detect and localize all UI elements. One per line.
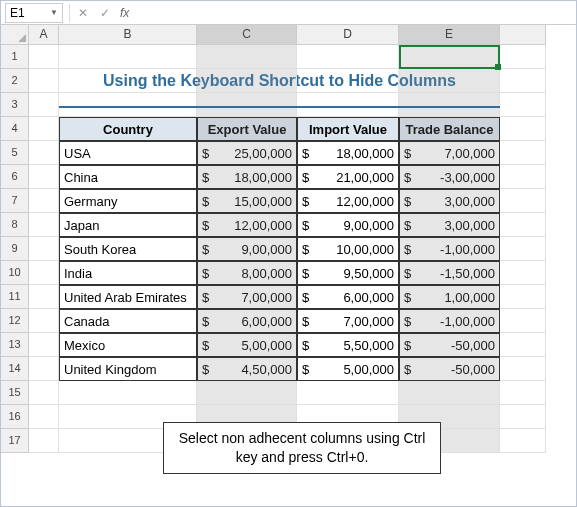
table-cell[interactable]: $7,00,000: [197, 285, 297, 309]
table-cell[interactable]: $6,00,000: [197, 309, 297, 333]
formula-input[interactable]: [129, 3, 576, 23]
cell[interactable]: [500, 93, 546, 117]
table-cell[interactable]: $-1,50,000: [399, 261, 500, 285]
cell[interactable]: [29, 429, 59, 453]
cell[interactable]: [29, 69, 59, 93]
table-cell[interactable]: $15,00,000: [197, 189, 297, 213]
table-cell[interactable]: United Arab Emirates: [59, 285, 197, 309]
table-cell[interactable]: $9,50,000: [297, 261, 399, 285]
row-header[interactable]: 6: [1, 165, 29, 189]
cell[interactable]: [59, 45, 197, 69]
table-cell[interactable]: Mexico: [59, 333, 197, 357]
cell[interactable]: [500, 165, 546, 189]
col-header-b[interactable]: B: [59, 25, 197, 45]
col-header-d[interactable]: D: [297, 25, 399, 45]
cell[interactable]: [29, 237, 59, 261]
th-country[interactable]: Country: [59, 117, 197, 141]
table-cell[interactable]: $18,00,000: [197, 165, 297, 189]
table-cell[interactable]: Canada: [59, 309, 197, 333]
row-header[interactable]: 14: [1, 357, 29, 381]
table-cell[interactable]: $-50,000: [399, 333, 500, 357]
row-header[interactable]: 3: [1, 93, 29, 117]
row-header[interactable]: 15: [1, 381, 29, 405]
cell[interactable]: [500, 333, 546, 357]
table-cell[interactable]: South Korea: [59, 237, 197, 261]
row-header[interactable]: 13: [1, 333, 29, 357]
col-header-a[interactable]: A: [29, 25, 59, 45]
row-header[interactable]: 2: [1, 69, 29, 93]
col-header-blank[interactable]: [500, 25, 546, 45]
select-all-corner[interactable]: [1, 25, 29, 45]
table-cell[interactable]: Germany: [59, 189, 197, 213]
table-cell[interactable]: $10,00,000: [297, 237, 399, 261]
row-header[interactable]: 8: [1, 213, 29, 237]
cell[interactable]: [29, 213, 59, 237]
cell[interactable]: [29, 261, 59, 285]
table-cell[interactable]: India: [59, 261, 197, 285]
th-balance[interactable]: Trade Balance: [399, 117, 500, 141]
cell[interactable]: [500, 405, 546, 429]
table-cell[interactable]: $6,00,000: [297, 285, 399, 309]
row-header[interactable]: 16: [1, 405, 29, 429]
cell[interactable]: [500, 381, 546, 405]
table-cell[interactable]: China: [59, 165, 197, 189]
cell[interactable]: [500, 261, 546, 285]
row-header[interactable]: 12: [1, 309, 29, 333]
table-cell[interactable]: $-1,00,000: [399, 309, 500, 333]
cell[interactable]: [399, 93, 500, 117]
cell[interactable]: [500, 141, 546, 165]
fx-icon[interactable]: fx: [120, 6, 129, 20]
col-header-c[interactable]: C: [197, 25, 297, 45]
table-cell[interactable]: $3,00,000: [399, 213, 500, 237]
table-cell[interactable]: $5,00,000: [197, 333, 297, 357]
table-cell[interactable]: $9,00,000: [297, 213, 399, 237]
table-cell[interactable]: $25,00,000: [197, 141, 297, 165]
table-cell[interactable]: USA: [59, 141, 197, 165]
cell[interactable]: [500, 237, 546, 261]
cell[interactable]: [297, 93, 399, 117]
cell[interactable]: [29, 45, 59, 69]
row-header[interactable]: 17: [1, 429, 29, 453]
cell[interactable]: [500, 189, 546, 213]
table-cell[interactable]: $5,50,000: [297, 333, 399, 357]
table-cell[interactable]: $12,00,000: [197, 213, 297, 237]
cell[interactable]: [197, 93, 297, 117]
cell[interactable]: [59, 93, 197, 117]
cell[interactable]: [29, 189, 59, 213]
cell[interactable]: Using the Keyboard Shortcut to Hide Colu…: [59, 69, 197, 93]
cell[interactable]: [29, 381, 59, 405]
table-cell[interactable]: $1,00,000: [399, 285, 500, 309]
table-cell[interactable]: $3,00,000: [399, 189, 500, 213]
table-cell[interactable]: United Kingdom: [59, 357, 197, 381]
cell[interactable]: [500, 69, 546, 93]
table-cell[interactable]: $4,50,000: [197, 357, 297, 381]
cell[interactable]: [29, 285, 59, 309]
table-cell[interactable]: $9,00,000: [197, 237, 297, 261]
spreadsheet-grid[interactable]: A B C D E 12Using the Keyboard Shortcut …: [1, 25, 576, 453]
cell[interactable]: [500, 117, 546, 141]
cell[interactable]: [399, 45, 500, 69]
cell[interactable]: [29, 405, 59, 429]
table-cell[interactable]: $21,00,000: [297, 165, 399, 189]
cell[interactable]: [500, 285, 546, 309]
name-box[interactable]: E1 ▼: [5, 3, 63, 23]
cell[interactable]: [29, 165, 59, 189]
cell[interactable]: [500, 429, 546, 453]
cell[interactable]: [29, 333, 59, 357]
row-header[interactable]: 7: [1, 189, 29, 213]
th-export[interactable]: Export Value: [197, 117, 297, 141]
col-header-e[interactable]: E: [399, 25, 500, 45]
row-header[interactable]: 5: [1, 141, 29, 165]
cell[interactable]: [197, 45, 297, 69]
table-cell[interactable]: $5,00,000: [297, 357, 399, 381]
chevron-down-icon[interactable]: ▼: [50, 8, 58, 17]
th-import[interactable]: Import Value: [297, 117, 399, 141]
row-header[interactable]: 9: [1, 237, 29, 261]
row-header[interactable]: 4: [1, 117, 29, 141]
table-cell[interactable]: $-3,00,000: [399, 165, 500, 189]
table-cell[interactable]: $7,00,000: [399, 141, 500, 165]
cell[interactable]: [297, 69, 399, 93]
cell[interactable]: [29, 357, 59, 381]
row-header[interactable]: 10: [1, 261, 29, 285]
cell[interactable]: [197, 381, 297, 405]
